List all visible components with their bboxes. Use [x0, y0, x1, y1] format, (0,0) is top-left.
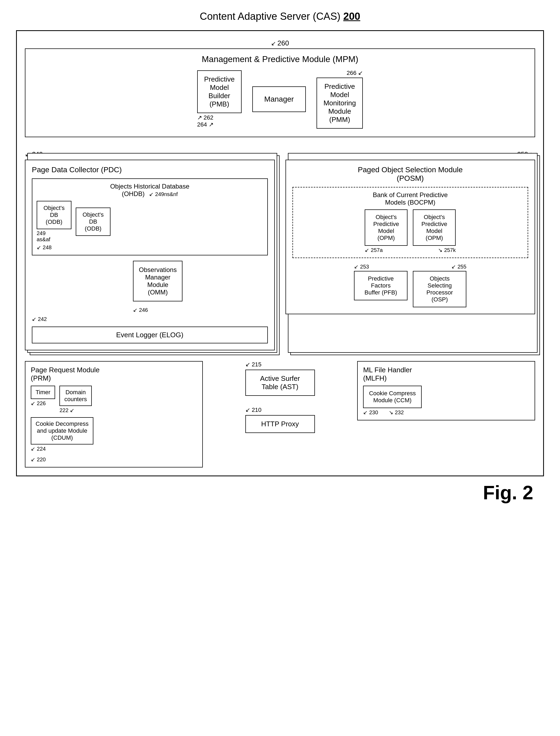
- bottom-row: Page Request Module (PRM) Timer ↙ 226 Do…: [25, 361, 535, 467]
- cdum-box: Cookie Decompress and update Module (CDU…: [31, 417, 93, 444]
- opm1-wrap: Object's Predictive Model (OPM) ↙ 257a: [365, 210, 407, 253]
- bocpm-inner: Object's Predictive Model (OPM) ↙ 257a O…: [297, 210, 524, 253]
- bocpm-title: Bank of Current Predictive Models (BOCPM…: [297, 191, 524, 206]
- pdc-title: Page Data Collector (PDC): [32, 166, 268, 174]
- http-wrap: ↙ 210 HTTP Proxy: [245, 406, 315, 433]
- bocpm-label: Bank of Current Predictive Models (BOCPM…: [373, 191, 448, 206]
- timer-domain-row: Timer ↙ 226 Domain counters 222 ↙: [31, 385, 197, 413]
- title-prefix: Content Adaptive Server (CAS): [200, 11, 343, 22]
- ast-label: Active Surfer Table (AST): [257, 374, 304, 391]
- cdum-wrap: Cookie Decompress and update Module (CDU…: [31, 417, 197, 452]
- posm-label-text: Paged Object Selection Module (POSM): [358, 166, 463, 182]
- posm-main: Paged Object Selection Module (POSM) Ban…: [285, 160, 535, 314]
- mpm-title: Management & Predictive Module (MPM): [33, 54, 527, 64]
- cdum-ref: 224: [37, 446, 46, 452]
- pmm-label: Predictive Model Monitoring Module (PMM): [323, 82, 356, 124]
- odb1-ref: 249: [37, 230, 45, 236]
- http-ref: 210: [252, 406, 262, 413]
- timer-label: Timer: [36, 389, 50, 395]
- pfb-osp-row: ↙ 253 Predictive Factors Buffer (PFB) ↙ …: [292, 264, 528, 307]
- odb1-wrap: Object's DB (ODB) 249 as&af: [37, 201, 71, 243]
- mlfh-ref: 230: [369, 409, 378, 415]
- prm-box: Page Request Module (PRM) Timer ↙ 226 Do…: [25, 361, 203, 467]
- odb1-label: Object's DB (ODB): [41, 205, 67, 226]
- cdum-label: Cookie Decompress and update Module (CDU…: [36, 420, 89, 441]
- fig-label: Fig. 2: [16, 482, 544, 503]
- mpm-section: Management & Predictive Module (MPM) Pre…: [25, 48, 535, 137]
- title-number: 200: [343, 11, 360, 22]
- timer-box: Timer: [31, 385, 55, 399]
- elog-box: Event Logger (ELOG): [32, 327, 268, 344]
- odb2-box: Object's DB (ODB): [76, 208, 111, 236]
- domain-wrap: Domain counters 222 ↙: [59, 385, 92, 413]
- pfb-label: Predictive Factors Buffer (PFB): [360, 275, 402, 296]
- posm-title: Paged Object Selection Module (POSM): [292, 166, 528, 183]
- ohdb-ref-box: 248: [43, 245, 52, 250]
- elog-label: Event Logger (ELOG): [116, 331, 183, 339]
- opm2-ref: 257k: [444, 247, 456, 253]
- ast-wrap: ↙ 215 Active Surfer Table (AST): [245, 361, 315, 396]
- http-label: HTTP Proxy: [261, 420, 299, 428]
- ccm-box: Cookie Compress Module (CCM): [363, 385, 422, 408]
- prm-ref: 220: [37, 456, 46, 462]
- odb1-box: Object's DB (ODB): [37, 201, 71, 229]
- manager-label: Manager: [264, 95, 294, 103]
- timer-ref: 226: [37, 400, 46, 406]
- prm-label: Page Request Module (PRM): [31, 366, 100, 382]
- mlfh-box: ML File Handler (MLFH) Cookie Compress M…: [357, 361, 535, 420]
- mpm-ref-label: 260: [277, 39, 289, 47]
- prm-title: Page Request Module (PRM): [31, 366, 197, 382]
- main-diagram: ↙ 260 Management & Predictive Module (MP…: [16, 30, 544, 476]
- pmm-ref: 266: [346, 70, 356, 76]
- pfb-wrap: ↙ 253 Predictive Factors Buffer (PFB): [354, 264, 407, 307]
- domain-ref: 222: [59, 407, 68, 413]
- ast-ref: 215: [252, 361, 262, 368]
- manager-box-wrap: Manager: [252, 86, 306, 112]
- ast-box: Active Surfer Table (AST): [245, 369, 315, 396]
- opm1-ref: 257a: [371, 247, 383, 253]
- ohdb-title: Objects Historical Database (OHDB) ↙ 249…: [37, 183, 263, 198]
- ccm-label: Cookie Compress Module (CCM): [369, 390, 416, 404]
- odb2-label: Object's DB (ODB): [81, 211, 106, 232]
- domain-label: Domain counters: [64, 389, 87, 403]
- pmb-label: Predictive Model Builder (PMB): [204, 75, 235, 108]
- posm-stack: 250 ↘ Paged Object Selection Module (POS…: [285, 151, 535, 351]
- manager-box: Manager: [252, 86, 306, 112]
- mlfh-title: ML File Handler (MLFH): [363, 366, 529, 382]
- timer-wrap: Timer ↙ 226: [31, 385, 55, 413]
- opm2-wrap: Object's Predictive Model (OPM) ↘ 257k: [413, 210, 456, 253]
- ohdb-ref-ns: 249ns&nf: [155, 191, 178, 197]
- mlfh-label: ML File Handler (MLFH): [363, 366, 412, 382]
- opm2-label: Object's Predictive Model (OPM): [419, 214, 450, 242]
- pmm-box: Predictive Model Monitoring Module (PMM): [317, 78, 363, 129]
- omm-box: Observations Manager Module (OMM): [133, 261, 182, 302]
- pmb-box: Predictive Model Builder (PMB): [197, 70, 242, 113]
- osp-label: Objects Selecting Processor (OSP): [419, 275, 460, 303]
- pfb-box: Predictive Factors Buffer (PFB): [354, 271, 407, 300]
- opm1-label: Object's Predictive Model (OPM): [371, 214, 402, 242]
- mpm-inner: Predictive Model Builder (PMB) ↗ 262 264…: [33, 70, 527, 129]
- bocpm-box: Bank of Current Predictive Models (BOCPM…: [292, 187, 528, 258]
- ohdb-inner: Object's DB (ODB) 249 as&af Object's DB …: [37, 201, 263, 243]
- page-title: Content Adaptive Server (CAS) 200: [16, 11, 544, 22]
- pdc-main: Page Data Collector (PDC) Objects Histor…: [25, 160, 275, 351]
- osp-box: Objects Selecting Processor (OSP): [413, 271, 466, 307]
- pmm-wrap: 266 ↙ Predictive Model Monitoring Module…: [317, 70, 363, 129]
- osp-ref: 255: [458, 264, 466, 270]
- osp-wrap: ↙ 255 Objects Selecting Processor (OSP): [413, 264, 466, 307]
- pdc-stack: ↙ 240 Page Data Collector (PDC) Objects …: [25, 151, 275, 351]
- domain-box: Domain counters: [59, 385, 92, 406]
- omm-section: Observations Manager Module (OMM) ↙ 246: [32, 261, 268, 313]
- middle-row: ↙ 240 Page Data Collector (PDC) Objects …: [25, 151, 535, 351]
- ccm-ref: 232: [395, 409, 404, 415]
- pmb-ref: 262: [204, 114, 214, 121]
- omm-label: Observations Manager Module (OMM): [139, 266, 177, 296]
- elog-ref: 242: [38, 316, 47, 322]
- pfb-ref: 253: [360, 264, 369, 270]
- omm-ref: 246: [139, 307, 148, 313]
- manager-ref-label: 264: [197, 121, 207, 128]
- ccm-wrap: Cookie Compress Module (CCM) ↙ 230 ↘ 232: [363, 385, 529, 415]
- http-box: HTTP Proxy: [245, 415, 315, 433]
- odb1-ref2: as&af: [37, 237, 50, 242]
- opm1-box: Object's Predictive Model (OPM): [365, 210, 407, 246]
